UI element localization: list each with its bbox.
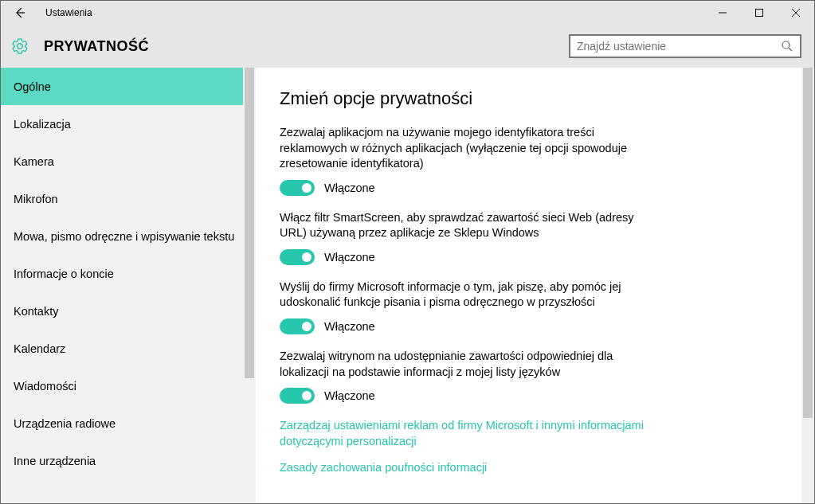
page-title: Zmień opcje prywatności [280, 88, 782, 109]
svg-rect-2 [756, 9, 763, 16]
toggle-row: Włączone [280, 388, 646, 404]
sidebar-item-location[interactable]: Lokalizacja [1, 105, 256, 143]
maximize-icon [755, 9, 763, 17]
sidebar-item-label: Kontakty [14, 305, 58, 318]
sidebar-item-microphone[interactable]: Mikrofon [1, 180, 256, 217]
sidebar: Ogólne Lokalizacja Kamera Mikrofon Mowa,… [1, 68, 256, 503]
toggle-typing-info[interactable] [280, 318, 315, 334]
sidebar-scrollbar-thumb[interactable] [245, 68, 254, 378]
search-box[interactable] [569, 34, 801, 58]
toggle-row: Włączone [280, 249, 646, 265]
toggle-state-label: Włączone [324, 251, 375, 264]
toggle-advertising-id[interactable] [280, 180, 315, 196]
sidebar-item-label: Wiadomości [14, 380, 76, 393]
toggle-knob [302, 391, 312, 400]
svg-line-6 [789, 48, 792, 51]
sidebar-item-feedback[interactable]: Opinie i diagnostyka [1, 479, 256, 490]
minimize-button[interactable] [704, 1, 741, 25]
setting-desc: Wyślij do firmy Microsoft informacje o t… [280, 279, 646, 311]
sidebar-item-calendar[interactable]: Kalendarz [1, 330, 256, 367]
maximize-button[interactable] [741, 1, 778, 25]
minimize-icon [719, 9, 727, 17]
toggle-row: Włączone [280, 180, 646, 196]
header: PRYWATNOŚĆ [1, 25, 814, 68]
sidebar-item-label: Inne urządzenia [14, 455, 96, 467]
back-button[interactable] [1, 1, 39, 25]
setting-typing-info: Wyślij do firmy Microsoft informacje o t… [280, 279, 646, 334]
back-arrow-icon [14, 6, 26, 19]
sidebar-item-speech[interactable]: Mowa, pismo odręczne i wpisywanie tekstu [1, 217, 256, 255]
titlebar: Ustawienia [1, 1, 814, 25]
header-title: PRYWATNOŚĆ [44, 38, 149, 55]
sidebar-item-contacts[interactable]: Kontakty [1, 292, 256, 330]
setting-language-list: Zezwalaj witrynom na udostępnianie zawar… [280, 349, 646, 404]
sidebar-item-camera[interactable]: Kamera [1, 143, 256, 180]
content: Zmień opcje prywatności Zezwalaj aplikac… [256, 68, 814, 503]
toggle-state-label: Włączone [324, 182, 375, 194]
content-inner: Zmień opcje prywatności Zezwalaj aplikac… [256, 68, 814, 503]
toggle-knob [302, 183, 312, 193]
link-manage-ads[interactable]: Zarządzaj ustawieniami reklam od firmy M… [280, 418, 646, 449]
toggle-knob [302, 252, 312, 262]
sidebar-item-account[interactable]: Informacje o koncie [1, 255, 256, 292]
toggle-state-label: Włączone [324, 320, 375, 333]
close-button[interactable] [778, 1, 814, 25]
sidebar-item-label: Lokalizacja [14, 118, 71, 131]
sidebar-item-other-devices[interactable]: Inne urządzenia [1, 442, 256, 479]
setting-desc: Zezwalaj witrynom na udostępnianie zawar… [280, 349, 646, 380]
toggle-knob [302, 322, 312, 331]
gear-icon [10, 37, 29, 56]
content-scrollbar[interactable] [801, 68, 814, 503]
search-icon [781, 40, 793, 53]
close-icon [792, 9, 800, 17]
setting-smartscreen: Włącz filtr SmartScreen, aby sprawdzać z… [280, 210, 646, 265]
sidebar-item-label: Mowa, pismo odręczne i wpisywanie tekstu [14, 230, 234, 243]
setting-desc: Zezwalaj aplikacjom na używanie mojego i… [280, 125, 646, 172]
svg-point-5 [782, 41, 790, 49]
setting-advertising-id: Zezwalaj aplikacjom na używanie mojego i… [280, 125, 646, 196]
sidebar-item-messaging[interactable]: Wiadomości [1, 367, 256, 404]
window-title: Ustawienia [45, 7, 92, 18]
sidebar-item-label: Kalendarz [14, 342, 65, 355]
toggle-language-list[interactable] [280, 388, 315, 404]
window-controls [704, 1, 814, 25]
sidebar-item-label: Informacje o koncie [14, 268, 114, 280]
setting-desc: Włącz filtr SmartScreen, aby sprawdzać z… [280, 210, 646, 241]
search-input[interactable] [577, 40, 781, 53]
sidebar-item-radios[interactable]: Urządzenia radiowe [1, 404, 256, 442]
sidebar-item-label: Ogólne [14, 80, 51, 93]
content-scrollbar-thumb[interactable] [803, 68, 813, 418]
sidebar-item-label: Mikrofon [14, 193, 58, 205]
settings-window: Ustawienia PRYWATNOŚĆ Ogólne Lokalizacja [0, 0, 815, 504]
sidebar-item-label: Urządzenia radiowe [14, 417, 116, 430]
body: Ogólne Lokalizacja Kamera Mikrofon Mowa,… [1, 68, 814, 503]
sidebar-item-label: Kamera [14, 155, 54, 168]
toggle-state-label: Włączone [324, 389, 375, 402]
link-privacy-statement[interactable]: Zasady zachowania poufności informacji [280, 460, 646, 476]
toggle-smartscreen[interactable] [280, 249, 315, 265]
sidebar-scrollbar[interactable] [243, 68, 256, 503]
toggle-row: Włączone [280, 318, 646, 334]
sidebar-item-general[interactable]: Ogólne [1, 68, 256, 105]
